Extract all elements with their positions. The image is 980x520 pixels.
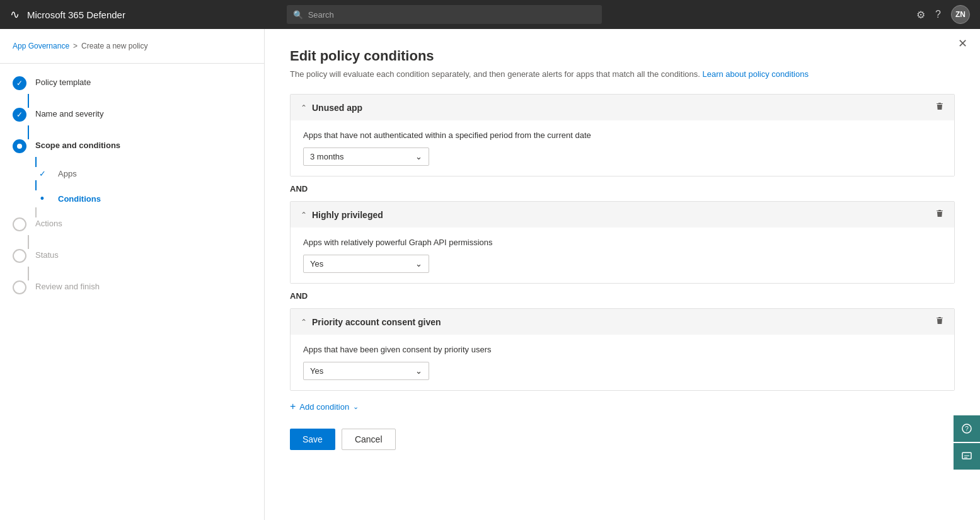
condition-desc-1: Apps that have not authenticated within … [303,130,942,140]
page-title: Edit policy conditions [290,48,955,64]
breadcrumb-parent[interactable]: App Governance [13,42,69,50]
sub-connector-mid [35,180,37,190]
bottom-actions: Save Cancel [290,422,955,463]
breadcrumb-separator: > [73,42,78,50]
breadcrumb: App Governance > Create a new policy [0,42,264,64]
floating-chat-icon[interactable]: ? [954,415,980,442]
chevron-up-icon-3[interactable]: ⌃ [301,318,307,326]
chevron-down-icon-2: ⌄ [415,259,422,269]
condition-header-left-1: ⌃ Unused app [301,103,362,113]
step-circle-6 [13,280,26,294]
chevron-down-add-icon: ⌄ [353,403,359,411]
step-label-5[interactable]: Status [35,249,59,260]
plus-icon: + [290,401,296,412]
condition-header-left-2: ⌃ Highly privileged [301,210,383,220]
step-label-3[interactable]: Scope and conditions [35,139,120,150]
sidebar: App Governance > Create a new policy ✓ P… [0,29,265,520]
settings-icon[interactable]: ⚙ [916,9,925,21]
dropdown-consent[interactable]: Yes ⌄ [303,362,429,380]
search-bar[interactable]: 🔍 [287,5,602,24]
dropdown-months[interactable]: 3 months ⌄ [303,147,429,166]
chevron-up-icon-1[interactable]: ⌃ [301,103,307,112]
condition-desc-2: Apps with relatively powerful Graph API … [303,238,942,247]
condition-card-highly-privileged: ⌃ Highly privileged Apps with relatively… [290,201,955,284]
top-navigation: ∿ Microsoft 365 Defender 🔍 ⚙ ? ZN [0,0,980,29]
step-circle-5 [13,249,26,263]
connector-5 [28,267,29,280]
sub-connector-top [35,157,37,167]
add-condition-label: Add condition [299,402,349,412]
step-circle-2: ✓ [13,108,26,122]
sub-check-apps: ✓ [35,169,49,178]
chevron-down-icon-1: ⌄ [415,152,422,161]
sub-connector-bot [35,207,37,217]
search-icon: 🔍 [293,10,303,20]
condition-title-2: Highly privileged [312,210,383,220]
step-name-severity: ✓ Name and severity [13,108,251,122]
step-scope-conditions: Scope and conditions [13,139,251,153]
condition-header-unused-app: ⌃ Unused app [291,95,954,120]
dropdown-value-2: Yes [310,259,323,269]
step-policy-template: ✓ Policy template [13,76,251,90]
step-circle-1: ✓ [13,76,26,90]
step-review-finish: Review and finish [13,280,251,294]
sub-dot-conditions: • [35,192,49,205]
sub-steps: ✓ Apps • Conditions [13,157,251,217]
sub-step-conditions: • Conditions [35,190,251,207]
cancel-button[interactable]: Cancel [342,429,396,450]
add-condition-button[interactable]: + Add condition ⌄ [290,391,955,422]
and-label-2: AND [290,284,955,308]
close-button[interactable]: ✕ [958,38,967,49]
condition-title-1: Unused app [312,103,362,113]
step-circle-4 [13,217,26,231]
condition-card-priority-consent: ⌃ Priority account consent given Apps th… [290,308,955,391]
condition-card-unused-app: ⌃ Unused app Apps that have not authenti… [290,94,955,176]
step-actions: Actions [13,217,251,231]
condition-title-3: Priority account consent given [312,317,441,327]
connector-1 [28,94,29,108]
and-label-1: AND [290,176,955,201]
step-status: Status [13,249,251,263]
dropdown-value-1: 3 months [310,152,343,161]
delete-icon-3[interactable] [935,316,944,327]
step-circle-3 [13,139,26,153]
condition-header-2: ⌃ Highly privileged [291,202,954,228]
step-label-1[interactable]: Policy template [35,76,91,87]
condition-body-2: Apps with relatively powerful Graph API … [291,228,954,283]
page-desc-text: The policy will evaluate each condition … [290,69,700,79]
avatar[interactable]: ZN [951,5,970,24]
condition-body-1: Apps that have not authenticated within … [291,120,954,176]
main-content: ✕ Edit policy conditions The policy will… [265,29,980,520]
grid-icon[interactable]: ∿ [10,8,20,21]
dropdown-value-3: Yes [310,366,323,376]
condition-header-left-3: ⌃ Priority account consent given [301,317,441,327]
brand-name: Microsoft 365 Defender [27,9,125,20]
sub-label-apps[interactable]: Apps [49,169,77,178]
save-button[interactable]: Save [290,429,335,450]
dropdown-privileged[interactable]: Yes ⌄ [303,255,429,273]
svg-text:?: ? [965,425,969,432]
chevron-up-icon-2[interactable]: ⌃ [301,211,307,219]
connector-2 [28,125,29,139]
help-icon[interactable]: ? [935,9,941,20]
step-label-6[interactable]: Review and finish [35,280,100,291]
chevron-down-icon-3: ⌄ [415,366,422,376]
delete-icon-2[interactable] [935,209,944,220]
breadcrumb-current: Create a new policy [81,42,147,50]
page-description: The policy will evaluate each condition … [290,69,955,79]
learn-more-link[interactable]: Learn about policy conditions [703,69,809,79]
step-label-2[interactable]: Name and severity [35,108,103,118]
step-label-4[interactable]: Actions [35,217,62,228]
condition-header-3: ⌃ Priority account consent given [291,309,954,335]
nav-icons: ⚙ ? ZN [916,5,970,24]
delete-icon-1[interactable] [935,102,944,113]
page-layout: App Governance > Create a new policy ✓ P… [0,29,980,520]
connector-4 [28,235,29,249]
floating-feedback-icon[interactable] [954,443,980,470]
condition-desc-3: Apps that have been given consent by pri… [303,345,942,354]
condition-body-3: Apps that have been given consent by pri… [291,335,954,390]
search-input[interactable] [308,10,596,20]
sub-step-apps: ✓ Apps [35,167,251,180]
floating-buttons: ? [954,415,980,470]
sub-label-conditions[interactable]: Conditions [49,194,101,204]
